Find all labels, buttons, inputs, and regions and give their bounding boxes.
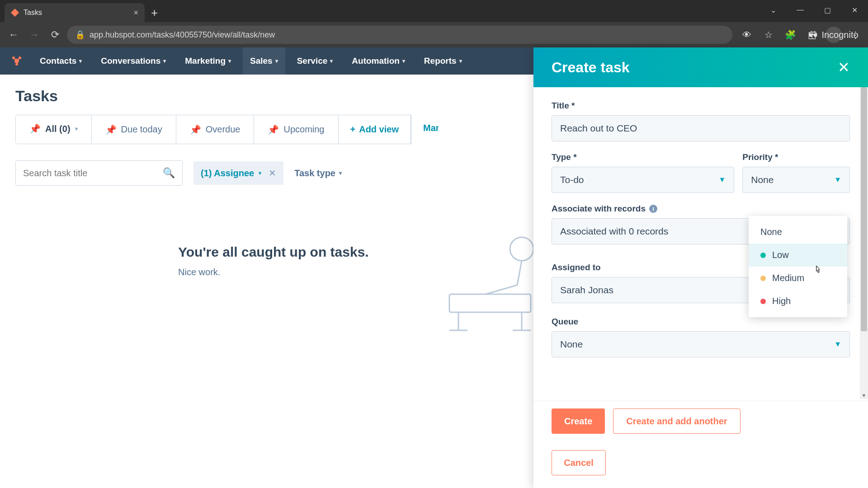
- tab-overdue[interactable]: 📌 Overdue: [176, 115, 255, 144]
- caret-down-icon: ▼: [718, 176, 726, 184]
- scrollbar-down-arrow-icon[interactable]: ▼: [861, 392, 867, 399]
- nav-automation[interactable]: Automation▾: [349, 47, 408, 75]
- title-input[interactable]: [552, 115, 850, 141]
- svg-point-7: [510, 237, 533, 261]
- chevron-down-icon: ▾: [75, 126, 78, 132]
- hubspot-logo-icon[interactable]: [10, 54, 24, 68]
- close-panel-icon[interactable]: ✕: [838, 59, 850, 76]
- toolbar-icons: 👁 ☆ 🧩 ◫ 🕶 Incognito ⋮: [739, 27, 863, 43]
- pin-icon: 📌: [105, 124, 117, 135]
- type-label: Type *: [552, 152, 734, 162]
- field-title: Title *: [552, 101, 850, 141]
- chevron-down-icon: ▾: [402, 58, 405, 64]
- plus-icon: +: [350, 124, 356, 135]
- search-box[interactable]: 🔍: [15, 160, 183, 186]
- create-button[interactable]: Create: [552, 408, 605, 434]
- svg-rect-8: [449, 294, 531, 312]
- tab-title: Tasks: [24, 9, 42, 17]
- close-tab-icon[interactable]: ×: [133, 8, 138, 18]
- caret-down-icon: ▼: [834, 340, 841, 348]
- chevron-down-icon: ▾: [339, 170, 342, 176]
- eye-off-icon[interactable]: 👁: [739, 27, 755, 43]
- chevron-down-icon: ▾: [259, 170, 261, 176]
- add-view-button[interactable]: + Add view: [339, 115, 411, 144]
- panel-scrollbar-track[interactable]: ▼: [860, 87, 868, 399]
- extensions-icon[interactable]: 🧩: [782, 27, 798, 43]
- chevron-down-icon: ▾: [228, 58, 231, 64]
- priority-select[interactable]: None ▼: [742, 167, 850, 193]
- priority-option-high[interactable]: High: [749, 290, 847, 313]
- panel-footer: Create Create and add another Cancel: [533, 401, 868, 488]
- priority-option-low[interactable]: Low: [749, 244, 847, 267]
- relax-illustration-icon: [431, 231, 549, 335]
- nav-reports[interactable]: Reports▾: [421, 47, 465, 75]
- address-bar[interactable]: 🔒 app.hubspot.com/tasks/40055750/view/al…: [67, 26, 732, 44]
- chevron-down-icon: ▾: [163, 58, 166, 64]
- chevron-down-icon: ▾: [275, 58, 278, 64]
- back-button[interactable]: ←: [5, 26, 23, 44]
- chevron-down-icon: ▾: [330, 58, 333, 64]
- chevron-down-icon: ▾: [79, 58, 82, 64]
- lock-icon: 🔒: [75, 30, 85, 40]
- url-text: app.hubspot.com/tasks/40055750/view/all/…: [90, 30, 275, 40]
- incognito-icon: 🕶: [809, 30, 818, 40]
- browser-chrome: Tasks × + ⌄ ― ▢ ✕ ← → ⟳ 🔒 app.hubspot.co…: [0, 0, 868, 47]
- search-icon[interactable]: 🔍: [163, 167, 175, 179]
- queue-label: Queue: [552, 317, 850, 327]
- tab-upcoming[interactable]: 📌 Upcoming: [254, 115, 338, 144]
- queue-select[interactable]: None ▼: [552, 331, 850, 357]
- view-tabs: 📌 All (0) ▾ 📌 Due today 📌 Overdue 📌 Upco…: [15, 115, 411, 144]
- pin-icon: 📌: [190, 124, 201, 135]
- pin-icon: 📌: [29, 123, 41, 134]
- nav-conversations[interactable]: Conversations▾: [98, 47, 169, 75]
- dot-high-icon: [760, 299, 766, 304]
- dot-low-icon: [760, 253, 766, 258]
- assignee-filter-chip[interactable]: (1) Assignee ▾ ✕: [193, 161, 283, 185]
- dot-medium-icon: [760, 276, 766, 281]
- field-queue: Queue None ▼: [552, 317, 850, 357]
- priority-dropdown: None Low Medium High: [749, 216, 847, 317]
- field-type: Type * To-do ▼: [552, 152, 734, 193]
- field-priority: Priority * None ▼: [742, 152, 850, 193]
- hubspot-favicon: [11, 9, 19, 17]
- forward-button[interactable]: →: [25, 26, 43, 44]
- priority-option-medium[interactable]: Medium: [749, 267, 847, 290]
- window-controls: ⌄ ― ▢ ✕: [760, 0, 868, 20]
- priority-label: Priority *: [742, 152, 850, 162]
- search-input[interactable]: [23, 168, 163, 178]
- panel-scrollbar-thumb[interactable]: [861, 87, 867, 331]
- browser-tab[interactable]: Tasks ×: [5, 3, 145, 22]
- nav-contacts[interactable]: Contacts▾: [37, 47, 85, 75]
- nav-marketing[interactable]: Marketing▾: [182, 47, 234, 75]
- reload-button[interactable]: ⟳: [46, 26, 64, 44]
- task-type-filter[interactable]: Task type ▾: [294, 168, 342, 178]
- tab-due-today[interactable]: 📌 Due today: [92, 115, 176, 144]
- address-bar-row: ← → ⟳ 🔒 app.hubspot.com/tasks/40055750/v…: [0, 22, 868, 47]
- type-select[interactable]: To-do ▼: [552, 167, 734, 193]
- nav-service[interactable]: Service▾: [294, 47, 336, 75]
- manage-views-link[interactable]: Manage views: [411, 115, 439, 144]
- priority-option-none[interactable]: None: [749, 221, 847, 244]
- create-and-add-another-button[interactable]: Create and add another: [613, 408, 740, 434]
- incognito-chip[interactable]: 🕶 Incognito: [826, 27, 842, 43]
- pin-icon: 📌: [268, 124, 279, 135]
- title-label: Title *: [552, 101, 850, 111]
- minimize-icon[interactable]: ―: [787, 0, 814, 20]
- tab-bar: Tasks × +: [0, 0, 868, 22]
- tab-all[interactable]: 📌 All (0) ▾: [16, 115, 92, 144]
- associate-label: Associate with records i: [552, 204, 850, 214]
- cancel-button[interactable]: Cancel: [552, 450, 606, 475]
- bookmark-star-icon[interactable]: ☆: [760, 27, 777, 43]
- info-icon[interactable]: i: [649, 205, 657, 213]
- nav-sales[interactable]: Sales▾: [243, 47, 285, 75]
- new-tab-button[interactable]: +: [145, 3, 164, 22]
- panel-title: Create task: [552, 59, 630, 76]
- panel-header: Create task ✕: [533, 47, 868, 87]
- clear-filter-icon[interactable]: ✕: [269, 168, 276, 178]
- maximize-icon[interactable]: ▢: [814, 0, 841, 20]
- kebab-menu-icon[interactable]: ⋮: [847, 27, 863, 43]
- caret-down-icon: ▼: [834, 176, 841, 184]
- close-window-icon[interactable]: ✕: [841, 0, 868, 20]
- chevron-down-icon: ▾: [459, 58, 462, 64]
- tab-search-icon[interactable]: ⌄: [760, 0, 787, 20]
